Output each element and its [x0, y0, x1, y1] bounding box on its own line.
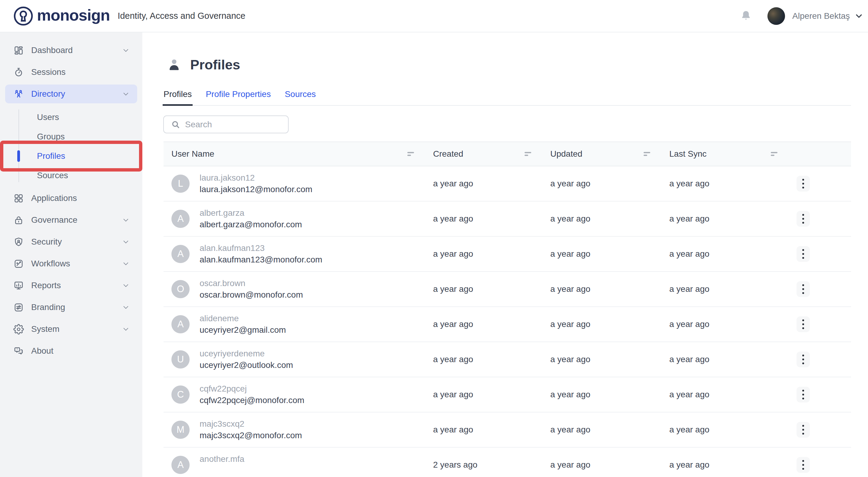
sidebar-item-workflows[interactable]: Workflows [5, 254, 137, 273]
avatar: A [172, 210, 190, 228]
reports-icon [13, 280, 24, 291]
row-created: 2 years ago [433, 460, 550, 470]
governance-icon [13, 215, 24, 226]
brand-logo: monosign Identity, Access and Governance [12, 5, 245, 27]
row-last-sync: a year ago [669, 179, 797, 188]
directory-icon [13, 89, 24, 99]
user-avatar [768, 7, 785, 25]
row-email: uceyriyer2@gmail.com [199, 324, 286, 336]
user-name: Alperen Bektaş [792, 11, 850, 21]
chevron-down-icon [854, 11, 864, 21]
brand-wordmark: monosign [37, 7, 110, 25]
sidebar-item-governance[interactable]: Governance [5, 211, 137, 230]
search-box[interactable] [163, 116, 289, 133]
row-email: cqfw22pqcej@monofor.com [199, 394, 304, 406]
sidebar-submenu-directory: Users Groups Profiles Sources [0, 108, 142, 185]
chevron-down-icon [122, 303, 130, 311]
row-username: majc3scxq2 [199, 418, 302, 430]
row-created: a year ago [433, 425, 550, 435]
workflows-icon [13, 259, 24, 269]
row-username: another.mfa [199, 453, 244, 465]
tab-sources[interactable]: Sources [284, 89, 317, 106]
sort-icon[interactable] [644, 152, 650, 156]
table-row: U uceyriyerdeneme uceyriyer2@outlook.com… [163, 342, 851, 377]
profiles-table: User Name Created Updated Last Sync [163, 142, 851, 477]
table-body: L laura.jakson12 laura.jakson12@monofor.… [163, 167, 851, 477]
row-actions-kebab-button[interactable] [797, 246, 810, 262]
row-email: uceyriyer2@outlook.com [199, 359, 293, 371]
sidebar-item-profiles[interactable]: Profiles [0, 146, 142, 166]
row-email: oscar.brown@monofor.com [199, 289, 303, 301]
row-last-sync: a year ago [669, 284, 797, 294]
notifications-bell-icon[interactable] [740, 10, 752, 23]
dashboard-icon [13, 45, 24, 56]
sidebar-item-branding[interactable]: Branding [5, 298, 137, 317]
row-last-sync: a year ago [669, 249, 797, 259]
column-header-created: Created [433, 142, 550, 166]
chevron-down-icon [122, 90, 130, 98]
sidebar-item-directory[interactable]: Directory [5, 85, 137, 103]
row-actions-kebab-button[interactable] [797, 211, 810, 227]
row-username: uceyriyerdeneme [199, 348, 293, 359]
row-updated: a year ago [550, 179, 669, 188]
sort-icon[interactable] [525, 152, 531, 156]
tab-profiles[interactable]: Profiles [163, 89, 193, 106]
row-actions-kebab-button[interactable] [797, 281, 810, 297]
sidebar-item-applications[interactable]: Applications [5, 189, 137, 208]
sidebar-item-dashboard[interactable]: Dashboard [5, 41, 137, 60]
avatar: A [172, 315, 190, 333]
search-row [163, 116, 868, 133]
sidebar-item-system[interactable]: System [5, 320, 137, 338]
row-updated: a year ago [550, 425, 669, 435]
row-username: laura.jakson12 [199, 172, 312, 184]
sidebar-item-users[interactable]: Users [0, 108, 142, 127]
row-created: a year ago [433, 214, 550, 223]
sidebar-item-reports[interactable]: Reports [5, 276, 137, 295]
column-header-last-sync: Last Sync [669, 142, 797, 166]
app-window: monosign Identity, Access and Governance… [0, 0, 868, 477]
row-actions-kebab-button[interactable] [797, 422, 810, 438]
sort-icon[interactable] [407, 152, 414, 156]
search-input[interactable] [184, 119, 283, 130]
row-updated: a year ago [550, 355, 669, 364]
sort-icon[interactable] [771, 152, 777, 156]
row-updated: a year ago [550, 460, 669, 470]
sidebar-item-sources[interactable]: Sources [0, 166, 142, 185]
tab-profile-properties[interactable]: Profile Properties [205, 89, 272, 106]
avatar: O [172, 280, 190, 298]
table-row: L laura.jakson12 laura.jakson12@monofor.… [163, 167, 851, 202]
row-email: alan.kaufman123@monofor.com [199, 254, 322, 266]
topbar: monosign Identity, Access and Governance… [0, 0, 868, 32]
table-row: A alan.kaufman123 alan.kaufman123@monofo… [163, 237, 851, 272]
row-username: alan.kaufman123 [199, 242, 322, 254]
row-last-sync: a year ago [669, 425, 797, 435]
system-icon [13, 324, 24, 334]
sidebar-nav: Dashboard Sessions Directory Users Group… [0, 32, 142, 477]
row-actions-kebab-button[interactable] [797, 457, 810, 473]
user-menu[interactable]: Alperen Bektaş [768, 7, 864, 25]
search-icon [171, 120, 180, 129]
row-last-sync: a year ago [669, 355, 797, 364]
row-actions-kebab-button[interactable] [797, 317, 810, 332]
chevron-down-icon [122, 47, 130, 55]
row-username: alideneme [199, 313, 286, 324]
row-last-sync: a year ago [669, 390, 797, 399]
profile-person-icon [167, 58, 181, 71]
avatar: A [172, 456, 190, 474]
table-row: M majc3scxq2 majc3scxq2@monofor.com a ye… [163, 413, 851, 448]
row-actions-kebab-button[interactable] [797, 352, 810, 367]
sidebar-item-sessions[interactable]: Sessions [5, 63, 137, 82]
row-updated: a year ago [550, 249, 669, 259]
sidebar-item-security[interactable]: Security [5, 233, 137, 251]
chevron-down-icon [122, 325, 130, 333]
row-actions-kebab-button[interactable] [797, 387, 810, 403]
row-username: oscar.brown [199, 277, 303, 289]
row-actions-kebab-button[interactable] [797, 176, 810, 191]
sidebar-item-about[interactable]: ?! About [5, 341, 137, 360]
sidebar-item-groups[interactable]: Groups [0, 127, 142, 146]
page-header: Profiles [167, 56, 868, 73]
avatar: U [172, 350, 190, 368]
active-indicator-bar [17, 150, 20, 162]
table-header-row: User Name Created Updated Last Sync [163, 142, 851, 167]
table-row: A another.mfa 2 years ago a year ago a y… [163, 448, 851, 477]
